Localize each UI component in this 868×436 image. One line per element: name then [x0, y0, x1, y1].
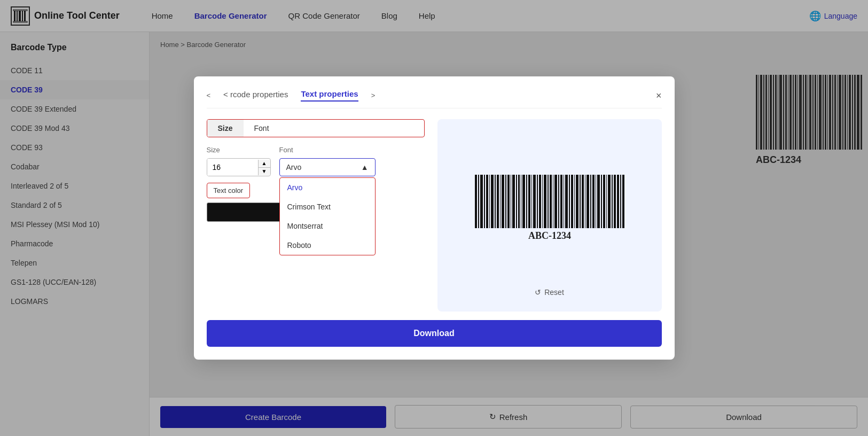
- svg-rect-59: [497, 175, 499, 228]
- svg-rect-56: [489, 175, 490, 228]
- svg-rect-83: [560, 175, 562, 228]
- prop-tab-size[interactable]: Size: [207, 120, 244, 137]
- modal-close-button[interactable]: ×: [656, 91, 662, 100]
- font-option-montserrat[interactable]: Montserrat: [280, 216, 375, 236]
- font-option-roboto[interactable]: Roboto: [280, 236, 375, 255]
- svg-rect-51: [475, 175, 477, 228]
- svg-rect-91: [582, 175, 584, 228]
- text-color-label: Text color: [207, 183, 251, 198]
- svg-text:ABC-1234: ABC-1234: [528, 230, 571, 241]
- svg-rect-81: [554, 175, 557, 228]
- reset-icon: ↺: [535, 288, 541, 297]
- modal-body: Size Font Size ▲ ▼: [207, 119, 662, 312]
- svg-rect-87: [571, 175, 573, 228]
- size-input-wrap: ▲ ▼: [207, 158, 271, 176]
- svg-rect-92: [585, 175, 585, 228]
- svg-rect-60: [500, 175, 501, 228]
- barcode-image: ABC-1234: [470, 172, 630, 242]
- prop-tab-font[interactable]: Font: [244, 120, 280, 137]
- svg-rect-54: [484, 175, 485, 228]
- svg-rect-88: [574, 175, 575, 228]
- svg-rect-102: [612, 175, 613, 228]
- svg-rect-64: [511, 175, 511, 228]
- barcode-preview: ABC-1234: [448, 130, 651, 284]
- font-dropdown: Arvo Crimson Text Montserrat Roboto: [279, 177, 376, 255]
- svg-rect-79: [550, 175, 552, 228]
- svg-rect-73: [533, 175, 536, 228]
- svg-rect-99: [603, 175, 605, 228]
- svg-rect-80: [553, 175, 553, 228]
- svg-rect-55: [486, 175, 488, 228]
- svg-rect-63: [507, 175, 510, 228]
- svg-rect-105: [620, 175, 621, 228]
- size-arrows: ▲ ▼: [258, 160, 270, 175]
- size-group: Size ▲ ▼: [207, 146, 271, 176]
- modal-next-arrow[interactable]: >: [371, 91, 376, 99]
- svg-rect-95: [592, 175, 595, 228]
- chevron-up-icon: ▲: [361, 163, 369, 172]
- svg-rect-61: [502, 175, 504, 228]
- svg-rect-62: [505, 175, 506, 228]
- font-selected-value: Arvo: [286, 163, 302, 172]
- modal: < < rcode properties Text properties > ×…: [194, 76, 675, 360]
- svg-rect-75: [539, 175, 541, 228]
- size-up-arrow[interactable]: ▲: [259, 160, 270, 168]
- svg-rect-103: [614, 175, 616, 228]
- svg-rect-72: [531, 175, 532, 228]
- svg-rect-67: [518, 175, 520, 228]
- font-option-arvo[interactable]: Arvo: [280, 178, 375, 197]
- size-input[interactable]: [207, 159, 258, 176]
- svg-rect-66: [516, 175, 517, 228]
- svg-rect-96: [596, 175, 596, 228]
- svg-rect-78: [548, 175, 549, 228]
- svg-rect-69: [522, 175, 525, 228]
- svg-rect-90: [580, 175, 581, 228]
- svg-rect-70: [526, 175, 527, 228]
- svg-rect-100: [606, 175, 607, 228]
- size-font-row: Size ▲ ▼ Font Arvo: [207, 146, 425, 176]
- svg-rect-106: [622, 175, 624, 228]
- svg-rect-84: [564, 175, 564, 228]
- svg-rect-86: [569, 175, 570, 228]
- font-label: Font: [279, 146, 376, 154]
- svg-rect-85: [565, 175, 568, 228]
- modal-preview: ABC-1234 ↺ Reset: [437, 119, 662, 312]
- font-option-crimson[interactable]: Crimson Text: [280, 197, 375, 216]
- modal-prev-arrow[interactable]: <: [207, 91, 211, 99]
- svg-rect-57: [491, 175, 494, 228]
- svg-rect-97: [597, 175, 600, 228]
- svg-rect-71: [528, 175, 530, 228]
- svg-rect-82: [558, 175, 559, 228]
- reset-button[interactable]: ↺ Reset: [530, 284, 568, 301]
- svg-rect-58: [495, 175, 496, 228]
- svg-rect-94: [590, 175, 591, 228]
- svg-rect-65: [512, 175, 515, 228]
- modal-download-button[interactable]: Download: [207, 320, 662, 347]
- svg-rect-104: [617, 175, 619, 228]
- svg-rect-68: [521, 175, 521, 228]
- modal-overlay[interactable]: < < rcode properties Text properties > ×…: [0, 0, 868, 436]
- prop-tabs: Size Font: [207, 119, 425, 137]
- svg-rect-89: [576, 175, 578, 228]
- modal-controls: Size Font Size ▲ ▼: [207, 119, 425, 312]
- size-label: Size: [207, 146, 271, 154]
- svg-rect-101: [608, 175, 611, 228]
- svg-rect-93: [587, 175, 589, 228]
- size-down-arrow[interactable]: ▼: [259, 168, 270, 175]
- svg-rect-74: [537, 175, 538, 228]
- svg-rect-76: [542, 175, 543, 228]
- reset-label: Reset: [544, 288, 564, 297]
- modal-header: < < rcode properties Text properties > ×: [207, 89, 662, 108]
- font-group: Font Arvo ▲ Arvo Crimson Text Montserrat…: [279, 146, 376, 176]
- svg-rect-52: [478, 175, 479, 228]
- modal-tab-text[interactable]: Text properties: [301, 89, 358, 102]
- svg-rect-98: [601, 175, 602, 228]
- modal-tab-barcode[interactable]: < rcode properties: [223, 90, 288, 101]
- svg-rect-53: [480, 175, 483, 228]
- font-select[interactable]: Arvo ▲: [279, 158, 376, 176]
- svg-rect-77: [544, 175, 546, 228]
